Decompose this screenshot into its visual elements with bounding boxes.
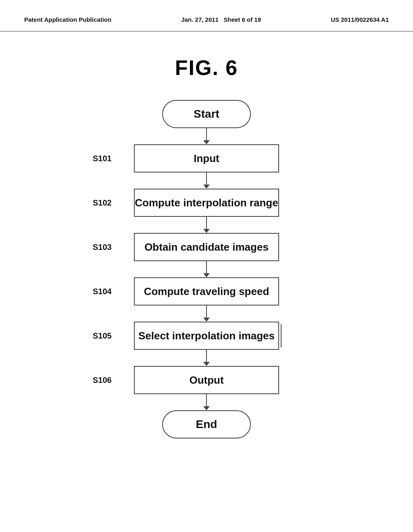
arrow-2	[203, 172, 210, 189]
start-node-container: Start	[0, 100, 413, 128]
s101-node: Input	[134, 144, 279, 172]
s105-node: Select interpolation images	[134, 322, 279, 350]
publication-label: Patent Application Publication	[24, 16, 111, 23]
s104-node: Compute traveling speed	[134, 277, 279, 305]
arrow-1	[203, 128, 210, 144]
s104-label: S104	[93, 287, 112, 296]
arrow-6	[203, 350, 210, 366]
s105-label: S105	[93, 331, 112, 341]
figure-title: FIG. 6	[0, 56, 413, 80]
s106-label: S106	[93, 376, 112, 385]
s101-container: S101 Input	[0, 144, 413, 172]
flowchart: Start S101 Input S102 Compute interpolat…	[0, 100, 413, 438]
s103-container: S103 Obtain candidate images	[0, 233, 413, 261]
arrow-7	[203, 394, 210, 410]
end-node-container: End	[0, 410, 413, 438]
date-sheet-label: Jan. 27, 2011 Sheet 6 of 19	[181, 16, 261, 23]
arrow-5	[203, 305, 210, 322]
arrow-3	[203, 217, 210, 233]
end-node: End	[162, 410, 251, 438]
page-header: Patent Application Publication Jan. 27, …	[0, 0, 413, 31]
s106-container: S106 Output	[0, 366, 413, 394]
s104-container: S104 Compute traveling speed	[0, 277, 413, 305]
arrow-4	[203, 261, 210, 277]
start-node: Start	[162, 100, 251, 128]
s102-container: S102 Compute interpolation range	[0, 189, 413, 217]
s101-label: S101	[93, 154, 112, 163]
s102-node: Compute interpolation range	[134, 189, 279, 217]
s103-node: Obtain candidate images	[134, 233, 279, 261]
s105-container: S105 Select interpolation images	[0, 322, 413, 350]
s103-label: S103	[93, 243, 112, 252]
s106-node: Output	[134, 366, 279, 394]
s102-label: S102	[93, 198, 112, 208]
patent-number-label: US 2011/0022634 A1	[331, 16, 389, 23]
